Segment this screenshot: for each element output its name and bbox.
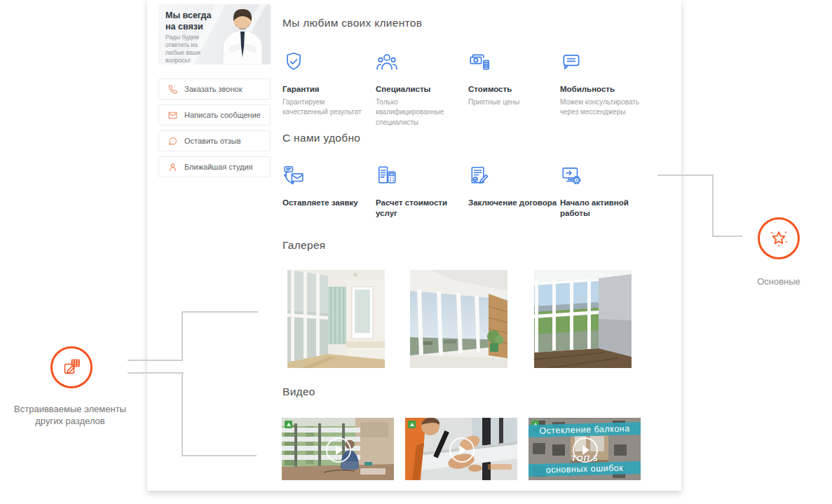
annotation-label-main: Основные: [744, 275, 814, 287]
request-icon: [282, 164, 305, 186]
section-title-gallery: Галерея: [282, 239, 326, 252]
balcony-interior-photo: [410, 270, 507, 368]
step-title: Оставляете заявку: [282, 198, 374, 208]
gallery-photo-3[interactable]: [534, 270, 632, 368]
section-title-video: Видео: [282, 386, 315, 398]
feature-desc: Гарантируем качественный результат: [282, 97, 371, 118]
step-contract: Заключение договора: [468, 164, 559, 208]
feature-desc: Можем консультировать через мессенджеры: [560, 97, 648, 118]
video-badge-icon: [408, 421, 416, 428]
promo-title: Мы всегда на связи: [165, 11, 211, 32]
chat-icon: [560, 50, 582, 73]
promo-banner: Мы всегда на связи Рады будем ответить н…: [158, 4, 271, 64]
sidebar-item-label: Заказать звонок: [184, 85, 242, 93]
feature-mobility: Мобильность Можем консультировать через …: [560, 50, 651, 118]
connector-line: [182, 311, 183, 361]
monitor-gear-icon: [560, 164, 582, 186]
annotation-label-embedded: Встраивваемые элементы других разделов: [1, 403, 139, 427]
connector-line: [128, 360, 183, 361]
video-badge-icon: [285, 421, 292, 428]
step-title: Заключение договора: [468, 198, 559, 208]
promo-subtitle: Рады будем ответить на любые ваши вопрос…: [165, 34, 216, 64]
feature-title: Стоимость: [468, 84, 559, 95]
phone-icon: [168, 85, 177, 94]
step-title: Расчет стоимости услуг: [376, 198, 467, 219]
embedded-elements-icon: [61, 357, 82, 378]
contract-icon: [468, 164, 491, 186]
sidebar-item-label: Ближайшая студия: [184, 163, 253, 171]
video-thumbnail-3[interactable]: Остекление балкона ТОП 5 основных ошибок: [528, 418, 641, 480]
feature-specialists: Специалисты Только квалифицированные спе…: [376, 50, 467, 128]
manager-photo: [214, 4, 271, 64]
connector-line: [182, 372, 183, 456]
feature-title: Специалисты: [376, 84, 467, 95]
embedded-elements-badge: [50, 346, 93, 388]
video-thumbnail-2[interactable]: [405, 418, 517, 480]
feature-guarantee: Гарантия Гарантируем качественный резуль…: [282, 50, 374, 118]
connector-line: [128, 372, 184, 374]
sidebar-item-nearest-studio[interactable]: Ближайшая студия: [158, 156, 271, 177]
connector-line: [712, 175, 714, 237]
calculator-icon: [376, 164, 398, 186]
section-title-clients: Мы любим своих клиентов: [282, 17, 422, 29]
step-cost-calculation: Расчет стоимости услуг: [376, 164, 467, 219]
feature-price: Стоимость Приятные цены: [468, 50, 559, 107]
play-icon: [449, 437, 475, 463]
feature-title: Гарантия: [282, 84, 374, 95]
sidebar-item-leave-review[interactable]: Оставить отзыв: [158, 130, 271, 151]
star-icon: [768, 228, 789, 249]
main-elements-badge: [758, 217, 800, 259]
money-icon: [468, 50, 491, 73]
play-icon: [326, 437, 351, 463]
feedback-icon: [168, 137, 177, 146]
sidebar-item-write-message[interactable]: Написать сообщение: [158, 104, 271, 125]
person-icon: [168, 163, 177, 172]
design-spec-canvas: Мы всегда на связи Рады будем ответить н…: [0, 0, 832, 504]
step-request: Оставляете заявку: [282, 164, 374, 208]
connector-line: [182, 455, 257, 456]
step-title: Начало активной работы: [560, 198, 651, 219]
step-work-start: Начало активной работы: [560, 164, 651, 219]
specialists-icon: [376, 50, 398, 73]
feature-desc: Только квалифицированные специалисты: [376, 97, 464, 128]
feature-title: Мобильность: [560, 84, 651, 95]
video-thumbnail-1[interactable]: [282, 418, 394, 480]
connector-line: [712, 236, 742, 237]
page-panel: Мы всегда на связи Рады будем ответить н…: [147, 0, 681, 491]
sidebar-item-label: Написать сообщение: [184, 111, 261, 119]
feature-desc: Приятные цены: [468, 97, 557, 108]
connector-line: [657, 175, 714, 176]
balcony-interior-photo: [287, 270, 385, 368]
connector-line: [182, 311, 258, 313]
gallery-photo-1[interactable]: [287, 270, 385, 368]
sidebar-item-label: Оставить отзыв: [184, 137, 241, 145]
balcony-interior-photo: [534, 270, 632, 368]
sidebar-item-order-call[interactable]: Заказать звонок: [158, 79, 271, 100]
section-title-convenience: С нами удобно: [282, 132, 360, 144]
shield-check-icon: [282, 50, 305, 73]
gallery-photo-2[interactable]: [410, 270, 507, 368]
mail-icon: [168, 111, 177, 120]
